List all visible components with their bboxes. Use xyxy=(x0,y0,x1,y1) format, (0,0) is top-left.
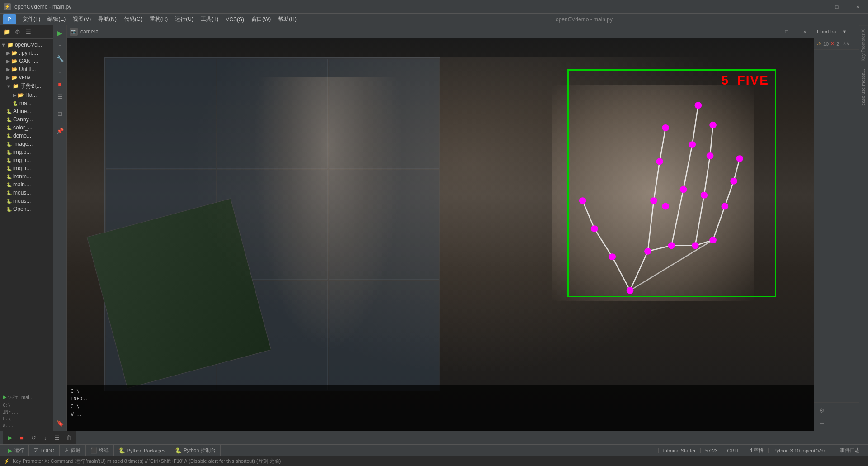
camera-video: 5_FIVE xyxy=(67,38,814,431)
run-icon: ▶ xyxy=(8,447,12,454)
wrench-btn[interactable]: 🔧 xyxy=(54,52,66,64)
tree-item-imgr1[interactable]: 🐍 img_r... xyxy=(0,156,53,164)
py-icon-imgr2: 🐍 xyxy=(6,166,12,171)
tree-item-imgp[interactable]: 🐍 img.p... xyxy=(0,148,53,156)
tree-item-image[interactable]: 🐍 Image... xyxy=(0,140,53,148)
detection-box xyxy=(567,69,777,297)
please-use-message: lease use messa... xyxy=(859,65,868,110)
status-terminal[interactable]: ⬛ 终端 xyxy=(86,445,114,456)
menu-file[interactable]: 文件(F) xyxy=(19,14,44,25)
hide-icon[interactable]: ─ xyxy=(816,417,828,429)
tree-item-untitled[interactable]: ▶ 📂 Untitl... xyxy=(0,65,53,73)
menu-navigate[interactable]: 导航(N) xyxy=(94,14,120,25)
menu-run[interactable]: 运行(U) xyxy=(171,14,197,25)
menu-code[interactable]: 代码(C) xyxy=(120,14,146,25)
notification-text: Key Promoter X: Command 运行 'main'(U) mis… xyxy=(13,458,281,465)
run-list-button[interactable]: ☰ xyxy=(52,432,62,443)
status-event-log[interactable]: 事件日志 xyxy=(835,447,864,454)
py-icon-affine: 🐍 xyxy=(6,109,12,114)
run-label-row: ▶ 运行: mai... xyxy=(0,392,53,402)
status-tabnine[interactable]: tabnine Starter xyxy=(658,448,700,453)
tree-label-mous2: mous... xyxy=(13,198,31,204)
problems-icon: ⚠ xyxy=(64,447,69,454)
tree-label-imgr1: img_r... xyxy=(13,157,31,163)
tree-item-canny[interactable]: 🐍 Canny... xyxy=(0,115,53,124)
run-rerun-button[interactable]: ↺ xyxy=(28,432,39,443)
bookmark-btn[interactable]: 🔖 xyxy=(54,417,66,429)
run-scroll-button[interactable]: ↓ xyxy=(40,432,51,443)
package-icon: 🐍 xyxy=(118,447,125,454)
status-python-version[interactable]: Python 3.10 (openCVde... xyxy=(768,448,835,453)
warning-error-bar: ⚠ 10 ✕ 2 ∧∨ xyxy=(814,38,859,50)
settings-icon[interactable]: ⚙ xyxy=(816,404,828,416)
tree-label-ha: Ha... xyxy=(25,92,37,98)
up-btn[interactable]: ↑ xyxy=(54,40,66,52)
menu-tools[interactable]: 工具(T) xyxy=(197,14,222,25)
menu-edit[interactable]: 编辑(E) xyxy=(44,14,69,25)
tree-label-untitled: Untitl... xyxy=(19,66,36,72)
status-python-console[interactable]: 🐍 Python 控制台 xyxy=(170,445,220,456)
vertical-tab-keypromoter[interactable]: Key Promoter X xyxy=(859,25,868,65)
warning-icon: ⚠ xyxy=(817,41,821,47)
tree-label-color: color_... xyxy=(13,124,33,131)
run-play-button[interactable]: ▶ xyxy=(5,432,15,443)
expand-icon-ha: ▶ xyxy=(13,92,16,98)
tree-item-ha[interactable]: ▶ 📂 Ha... xyxy=(0,91,53,99)
minimize-button[interactable]: ─ xyxy=(806,0,826,14)
person-body xyxy=(254,77,403,352)
stop-btn[interactable]: ■ xyxy=(54,78,66,90)
app-icon: ⚡ xyxy=(4,3,11,10)
tree-item-ma[interactable]: 🐍 ma... xyxy=(0,99,53,107)
tree-item-ipynb[interactable]: ▶ 📂 .ipynb... xyxy=(0,49,53,57)
arrow-controls[interactable]: ∧∨ xyxy=(843,41,850,47)
run-trash-button[interactable]: 🗑 xyxy=(63,432,74,443)
close-button[interactable]: × xyxy=(847,0,868,14)
camera-minimize[interactable]: ─ xyxy=(760,25,778,38)
tree-item-mous2[interactable]: 🐍 mous... xyxy=(0,197,53,205)
tree-item-venv[interactable]: ▶ 📂 venv xyxy=(0,73,53,81)
tree-root[interactable]: ▼ 📁 openCVd... xyxy=(0,41,53,49)
status-run[interactable]: ▶ 运行 xyxy=(4,445,29,456)
tree-label-canny: Canny... xyxy=(13,116,33,123)
expand-icon-venv: ▶ xyxy=(6,75,10,81)
list-btn[interactable]: ☰ xyxy=(54,90,66,102)
menu-vcs[interactable]: VCS(S) xyxy=(222,14,248,24)
project-options-btn[interactable]: ☰ xyxy=(24,27,33,37)
terminal-icon: ⬛ xyxy=(90,447,97,454)
tree-label-gesture: 手势识... xyxy=(20,82,41,90)
tree-item-mous1[interactable]: 🐍 mous... xyxy=(0,189,53,197)
collapse-icon: ▼ xyxy=(1,42,6,48)
status-todo[interactable]: ☑ TODO xyxy=(29,445,60,456)
project-settings-btn[interactable]: ⚙ xyxy=(13,27,23,37)
run-stop-button[interactable]: ■ xyxy=(16,432,27,443)
console-line-1: C:\ xyxy=(71,387,810,395)
tree-item-gan[interactable]: ▶ 📂 GAN_... xyxy=(0,57,53,65)
grid-btn[interactable]: ⊞ xyxy=(54,108,66,119)
tree-label-ironm: ironm... xyxy=(13,173,31,180)
indent-label: 4 空格 xyxy=(750,447,764,454)
play-btn[interactable]: ▶ xyxy=(54,27,66,39)
tree-item-demo[interactable]: 🐍 demo... xyxy=(0,132,53,140)
camera-maximize[interactable]: □ xyxy=(778,25,796,38)
menu-window[interactable]: 窗口(W) xyxy=(248,14,274,25)
tree-item-main[interactable]: 🐍 main.... xyxy=(0,181,53,189)
down-btn[interactable]: ↓ xyxy=(54,65,66,77)
window-controls: ─ □ × xyxy=(806,0,868,14)
tree-item-affine[interactable]: 🐍 Affine... xyxy=(0,107,53,115)
menu-help[interactable]: 帮助(H) xyxy=(274,14,300,25)
tree-item-open[interactable]: 🐍 Open... xyxy=(0,205,53,213)
tree-item-color[interactable]: 🐍 color_... xyxy=(0,124,53,132)
handtra-dropdown[interactable]: ▼ xyxy=(842,29,847,34)
tree-item-ironm[interactable]: 🐍 ironm... xyxy=(0,172,53,181)
menu-view[interactable]: 视图(V) xyxy=(69,14,94,25)
folder-icon-gesture: 📁 xyxy=(13,83,19,89)
status-problems[interactable]: ⚠ 问题 xyxy=(60,445,86,456)
menu-refactor[interactable]: 重构(R) xyxy=(146,14,172,25)
maximize-button[interactable]: □ xyxy=(826,0,847,14)
status-python-packages[interactable]: 🐍 Python Packages xyxy=(114,445,171,456)
camera-close[interactable]: × xyxy=(796,25,814,38)
tree-item-imgr2[interactable]: 🐍 img_r... xyxy=(0,164,53,172)
pin-btn[interactable]: 📌 xyxy=(54,125,66,137)
tree-item-gesture[interactable]: ▼ 📁 手势识... xyxy=(0,81,53,91)
camera-window: 📷 camera ─ □ × xyxy=(67,25,814,431)
